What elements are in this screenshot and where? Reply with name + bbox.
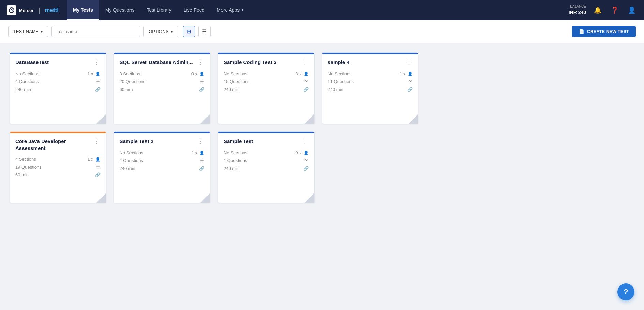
create-new-test-button[interactable]: 📄 CREATE NEW TEST xyxy=(572,26,636,37)
nav-more-apps[interactable]: More Apps ▾ xyxy=(211,0,249,20)
test-card[interactable]: Core Java Developer Assessment ⋮ 4 Secti… xyxy=(10,131,106,203)
live-chat-button[interactable]: ? xyxy=(617,283,634,300)
nav-test-library[interactable]: Test Library xyxy=(140,0,177,20)
card-title: Core Java Developer Assessment xyxy=(15,138,92,151)
card-menu-button[interactable]: ⋮ xyxy=(404,59,413,65)
eye-icon xyxy=(304,79,309,84)
user-icon xyxy=(304,150,309,155)
invites-value: 0 x xyxy=(191,71,204,76)
questions-label: 15 Questions xyxy=(224,79,250,84)
link-icon-wrap[interactable] xyxy=(303,166,309,171)
test-card[interactable]: sample 4 ⋮ No Sections 1 x 11 Questions … xyxy=(322,52,419,124)
list-view-button[interactable]: ☰ xyxy=(198,26,211,37)
questions-row: 11 Questions xyxy=(328,79,413,84)
duration-row: 240 min xyxy=(328,87,413,92)
sections-label: No Sections xyxy=(15,71,39,76)
nav-my-questions[interactable]: My Questions xyxy=(99,0,141,20)
help-button[interactable]: ❓ xyxy=(609,5,620,16)
card-header: DataBaseTest ⋮ xyxy=(10,54,106,68)
card-body: No Sections 1 x 4 Questions 240 min xyxy=(114,148,210,178)
duration-row: 60 min xyxy=(120,87,205,92)
questions-label: 1 Questions xyxy=(224,158,247,163)
nav-my-tests[interactable]: My Tests xyxy=(67,0,99,20)
visibility-icon-wrap[interactable] xyxy=(200,158,204,163)
options-button[interactable]: OPTIONS ▾ xyxy=(143,26,178,37)
card-menu-button[interactable]: ⋮ xyxy=(92,138,101,144)
visibility-icon-wrap[interactable] xyxy=(200,79,204,84)
duration-label: 60 min xyxy=(15,172,29,177)
main-content: DataBaseTest ⋮ No Sections 1 x 4 Questio… xyxy=(0,43,644,310)
grid-icon: ⊞ xyxy=(187,28,191,35)
filter-chevron: ▾ xyxy=(41,29,43,34)
card-menu-button[interactable]: ⋮ xyxy=(301,59,309,65)
card-menu-button[interactable]: ⋮ xyxy=(196,59,205,65)
options-chevron: ▾ xyxy=(171,29,173,34)
card-fold xyxy=(305,114,314,124)
visibility-icon-wrap[interactable] xyxy=(408,79,413,84)
mercer-text: Mercer xyxy=(19,8,34,13)
duration-row: 240 min xyxy=(224,166,309,171)
link-icon-wrap[interactable] xyxy=(95,172,101,177)
user-icon xyxy=(199,71,204,76)
user-icon xyxy=(199,150,204,155)
test-card[interactable]: DataBaseTest ⋮ No Sections 1 x 4 Questio… xyxy=(10,52,106,124)
toolbar: TEST NAME ▾ OPTIONS ▾ ⊞ ☰ 📄 CREATE NEW T… xyxy=(0,20,644,43)
search-input[interactable] xyxy=(51,26,140,37)
visibility-icon-wrap[interactable] xyxy=(304,158,309,163)
card-menu-button[interactable]: ⋮ xyxy=(92,59,101,65)
invites-value: 1 x xyxy=(87,71,100,76)
duration-row: 240 min xyxy=(15,87,101,92)
test-card[interactable]: Sample Test 2 ⋮ No Sections 1 x 4 Questi… xyxy=(114,131,211,203)
card-body: No Sections 3 x 15 Questions 240 min xyxy=(218,68,314,99)
test-card[interactable]: Sample Test ⋮ No Sections 0 x 1 Question… xyxy=(218,131,315,203)
sections-row: 3 Sections 0 x xyxy=(120,71,205,76)
visibility-icon-wrap[interactable] xyxy=(304,79,309,84)
card-menu-button[interactable]: ⋮ xyxy=(196,138,205,144)
nav-right: BALANCE INR 240 🔔 ❓ 👤 xyxy=(569,4,637,16)
notifications-button[interactable]: 🔔 xyxy=(592,5,603,16)
balance-display: BALANCE INR 240 xyxy=(569,4,586,16)
link-icon xyxy=(303,166,309,171)
link-icon-wrap[interactable] xyxy=(95,87,101,92)
mercer-icon xyxy=(7,5,16,15)
logo-separator: | xyxy=(39,7,40,14)
user-icon xyxy=(95,71,101,76)
test-grid: DataBaseTest ⋮ No Sections 1 x 4 Questio… xyxy=(10,52,418,203)
create-icon: 📄 xyxy=(579,29,584,34)
sections-label: No Sections xyxy=(328,71,352,76)
sections-row: 4 Sections 1 x xyxy=(15,157,101,162)
link-icon-wrap[interactable] xyxy=(407,87,413,92)
more-apps-chevron: ▾ xyxy=(242,8,243,12)
link-icon-wrap[interactable] xyxy=(303,87,309,92)
grid-view-button[interactable]: ⊞ xyxy=(183,26,195,37)
duration-label: 60 min xyxy=(120,87,133,92)
link-icon xyxy=(199,166,204,171)
sections-row: No Sections 1 x xyxy=(120,150,205,155)
sections-label: 3 Sections xyxy=(120,71,140,76)
questions-row: 4 Questions xyxy=(15,79,101,84)
card-fold xyxy=(96,114,106,124)
card-menu-button[interactable]: ⋮ xyxy=(301,138,309,144)
card-header: Sample Test 2 ⋮ xyxy=(114,133,210,148)
questions-label: 20 Questions xyxy=(120,79,146,84)
nav-live-feed[interactable]: Live Feed xyxy=(178,0,211,20)
eye-icon xyxy=(200,158,204,163)
visibility-icon-wrap[interactable] xyxy=(96,79,101,84)
card-title: Sample Test 2 xyxy=(120,138,197,145)
user-icon xyxy=(95,157,101,162)
card-title: Sample Test xyxy=(224,138,301,145)
link-icon-wrap[interactable] xyxy=(199,87,204,92)
card-body: No Sections 1 x 11 Questions 240 min xyxy=(322,68,418,99)
duration-row: 240 min xyxy=(120,166,205,171)
test-card[interactable]: Sample Coding Test 3 ⋮ No Sections 3 x 1… xyxy=(218,52,315,124)
card-body: No Sections 0 x 1 Questions 240 min xyxy=(218,148,314,178)
visibility-icon-wrap[interactable] xyxy=(96,165,101,170)
list-icon: ☰ xyxy=(202,28,207,35)
navbar: Mercer | mettl My Tests My Questions Tes… xyxy=(0,0,644,20)
card-fold xyxy=(305,193,314,203)
test-name-filter[interactable]: TEST NAME ▾ xyxy=(8,26,48,37)
test-card[interactable]: SQL Server Database Admin... ⋮ 3 Section… xyxy=(114,52,211,124)
link-icon-wrap[interactable] xyxy=(199,166,204,171)
invites-value: 1 x xyxy=(400,71,413,76)
account-button[interactable]: 👤 xyxy=(626,5,637,16)
